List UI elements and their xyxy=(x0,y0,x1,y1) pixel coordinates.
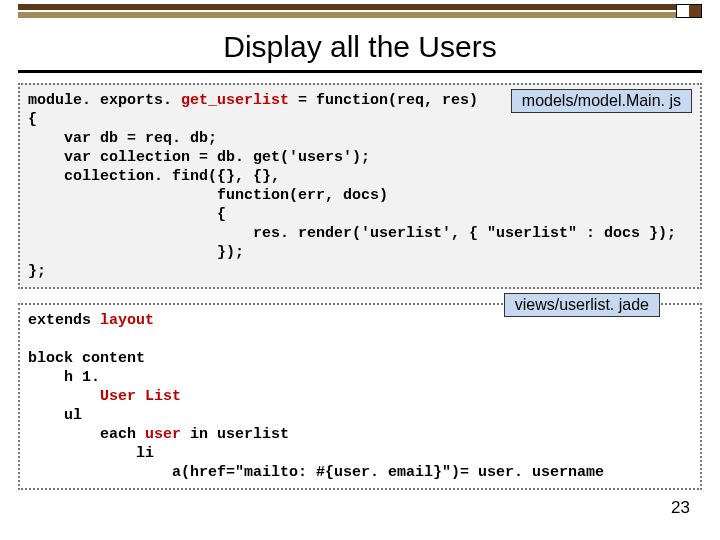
page-number: 23 xyxy=(671,498,690,518)
code-box-models: models/model.Main. js module. exports. g… xyxy=(18,83,702,289)
code-box-views: views/userlist. jade extends layout bloc… xyxy=(18,303,702,490)
code-views: extends layout block content h 1. User L… xyxy=(28,311,692,482)
decorative-bars xyxy=(18,4,702,20)
corner-square-icon xyxy=(676,4,702,18)
file-tag-views: views/userlist. jade xyxy=(504,293,660,317)
file-tag-models: models/model.Main. js xyxy=(511,89,692,113)
slide-title: Display all the Users xyxy=(0,30,720,64)
title-underline xyxy=(18,70,702,73)
code-models: module. exports. get_userlist = function… xyxy=(28,91,692,281)
